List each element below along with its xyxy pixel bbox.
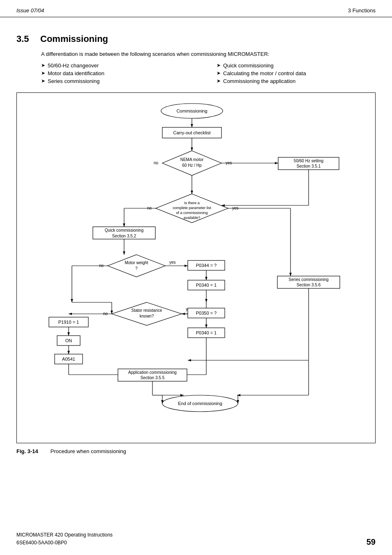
svg-text:Carry-out checklist: Carry-out checklist xyxy=(173,130,210,135)
bullet-arrow-icon: ➤ xyxy=(41,78,45,84)
svg-text:P1910 = 1: P1910 = 1 xyxy=(58,320,79,325)
bullet-arrow-icon: ➤ xyxy=(217,62,221,68)
list-item: ➤ Quick commissioning xyxy=(217,62,376,69)
fig-label: Fig. 3-14 xyxy=(16,448,38,454)
bullet-col-right: ➤ Quick commissioning ➤ Calculating the … xyxy=(217,62,376,86)
svg-text:A0541: A0541 xyxy=(62,357,75,362)
svg-text:no: no xyxy=(154,161,159,165)
svg-text:Section 3.5.5: Section 3.5.5 xyxy=(141,375,165,380)
intro-text: A differentiation is made between the fo… xyxy=(41,50,376,58)
page-number: 59 xyxy=(367,537,376,547)
svg-text:Application commissioning: Application commissioning xyxy=(128,370,177,375)
list-item: ➤ Commissioning the application xyxy=(217,78,376,84)
svg-text:NEMA motor: NEMA motor xyxy=(180,157,204,162)
svg-text:?: ? xyxy=(135,266,138,271)
svg-text:P0344 = ?: P0344 = ? xyxy=(196,263,217,268)
page-footer: MICROMASTER 420 Operating Instructions 6… xyxy=(16,531,376,547)
footer-left: MICROMASTER 420 Operating Instructions 6… xyxy=(16,531,113,547)
svg-text:complete parameter list: complete parameter list xyxy=(173,206,211,210)
bullet-arrow-icon: ➤ xyxy=(41,62,45,68)
footer-line1: MICROMASTER 420 Operating Instructions xyxy=(16,531,113,539)
list-item: ➤ Series commissioning xyxy=(41,78,200,84)
bullet-columns: ➤ 50/60-Hz changeover ➤ Motor data ident… xyxy=(41,62,376,86)
flowchart-container: Commissioning Carry-out checklist NEMA m… xyxy=(16,92,376,443)
svg-marker-39 xyxy=(108,255,165,277)
svg-text:Section 3.5.6: Section 3.5.6 xyxy=(297,283,321,287)
bullet-arrow-icon: ➤ xyxy=(217,78,221,84)
svg-text:Commissioning: Commissioning xyxy=(176,108,207,113)
bullet-text: Commissioning the application xyxy=(223,78,295,84)
svg-text:60 Hz / Hp: 60 Hz / Hp xyxy=(182,163,202,168)
svg-text:ON: ON xyxy=(65,338,72,343)
fig-caption-text: Procedure when commissioning xyxy=(51,448,126,454)
svg-text:P0340 = 1: P0340 = 1 xyxy=(196,330,217,335)
section-number: 3.5 xyxy=(16,34,33,44)
svg-text:End of commissioning: End of commissioning xyxy=(178,401,222,406)
bullet-text: Motor data identification xyxy=(48,70,104,76)
bullet-arrow-icon: ➤ xyxy=(217,70,221,76)
footer-line2: 6SE6400-5AA00-0BP0 xyxy=(16,539,113,547)
svg-text:Section 3.5.2: Section 3.5.2 xyxy=(112,234,136,238)
flowchart-svg: Commissioning Carry-out checklist NEMA m… xyxy=(28,99,364,436)
svg-text:P0350 = ?: P0350 = ? xyxy=(196,311,217,315)
svg-text:Stator resistance: Stator resistance xyxy=(131,308,162,313)
bullet-text: 50/60-Hz changeover xyxy=(48,62,99,69)
list-item: ➤ 50/60-Hz changeover xyxy=(41,62,200,69)
section-heading: 3.5 Commissioning xyxy=(16,34,376,44)
svg-text:Quick commissioning: Quick commissioning xyxy=(105,228,143,233)
section-title: Commissioning xyxy=(40,34,108,44)
svg-text:P0340 = 1: P0340 = 1 xyxy=(196,283,217,288)
bullet-col-left: ➤ 50/60-Hz changeover ➤ Motor data ident… xyxy=(41,62,200,86)
page-wrapper: Issue 07/04 3 Functions 3.5 Commissionin… xyxy=(0,0,392,555)
svg-text:available?: available? xyxy=(184,216,201,220)
svg-text:Series commissioning: Series commissioning xyxy=(288,277,328,282)
page-content: 3.5 Commissioning A differentiation is m… xyxy=(0,21,392,471)
header-functions: 3 Functions xyxy=(348,7,376,14)
page-header: Issue 07/04 3 Functions xyxy=(0,0,392,17)
svg-text:known?: known? xyxy=(140,314,154,318)
fig-caption: Fig. 3-14 Procedure when commissioning xyxy=(16,448,376,454)
bullet-text: Calculating the motor / control data xyxy=(223,70,306,76)
svg-text:yes: yes xyxy=(169,260,176,265)
svg-text:Section 3.5.1: Section 3.5.1 xyxy=(297,164,321,168)
bullet-text: Series commissioning xyxy=(48,78,99,84)
list-item: ➤ Calculating the motor / control data xyxy=(217,70,376,76)
svg-text:of a commissioning: of a commissioning xyxy=(176,211,208,215)
list-item: ➤ Motor data identification xyxy=(41,70,200,76)
svg-text:Is there a: Is there a xyxy=(184,201,200,205)
header-issue: Issue 07/04 xyxy=(16,7,44,14)
svg-text:50/60 Hz setting: 50/60 Hz setting xyxy=(294,159,323,163)
bullet-arrow-icon: ➤ xyxy=(41,70,45,76)
svg-text:Motor weight: Motor weight xyxy=(125,260,148,265)
bullet-text: Quick commissioning xyxy=(223,62,274,69)
